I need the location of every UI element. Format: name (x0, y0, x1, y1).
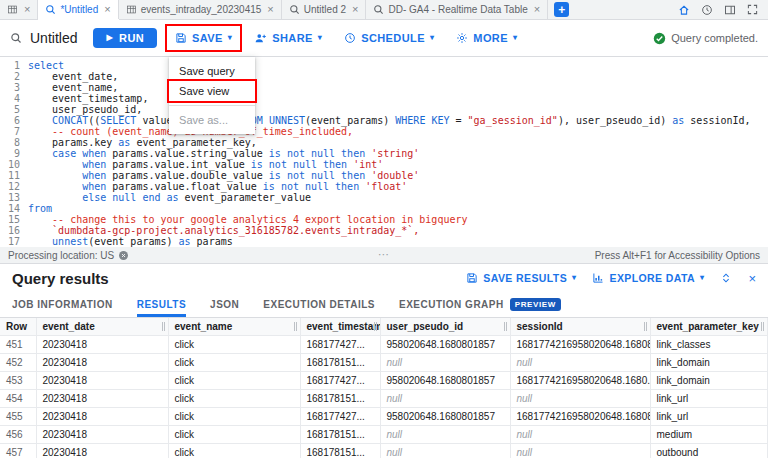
code-token: select (28, 60, 64, 71)
column-resize-handle[interactable] (374, 322, 377, 331)
close-results-icon[interactable]: × (748, 272, 756, 285)
editor-tab-events-intraday-20230415[interactable]: events_intraday_20230415× (119, 0, 282, 19)
code-line: when params.value.double_value is not nu… (28, 170, 751, 181)
table-cell: click (168, 443, 300, 458)
code-token: is not null then (251, 159, 347, 170)
code-line: user_pseudo_id, (28, 104, 751, 115)
results-tab-label: EXECUTION DETAILS (263, 299, 375, 310)
explore-data-button[interactable]: EXPLORE DATA ▾ (592, 272, 704, 284)
code-token: (event_params) (88, 236, 178, 247)
menu-item-save-view[interactable]: Save view (169, 81, 255, 101)
code-token: sessionId, (684, 115, 750, 126)
table-cell: 20230418 (36, 371, 168, 389)
save-results-button[interactable]: SAVE RESULTS ▾ (466, 272, 576, 284)
table-cell: 958020648.1680801857 (380, 371, 510, 389)
share-button[interactable]: SHARE ▾ (248, 28, 328, 49)
clear-icon[interactable] (118, 250, 129, 261)
column-header-sessionid: sessionId (510, 318, 650, 335)
code-token: 'string' (371, 148, 419, 159)
line-number: 17 (0, 236, 20, 247)
code-line: from (28, 203, 751, 214)
schedule-button[interactable]: SCHEDULE ▾ (338, 28, 440, 48)
column-resize-handle[interactable] (162, 322, 165, 331)
caret-down-icon: ▾ (430, 34, 434, 42)
code-token (28, 181, 82, 192)
results-actions: SAVE RESULTS ▾ EXPLORE DATA ▾ × (466, 272, 756, 285)
results-tabs: JOB INFORMATIONRESULTSJSONEXECUTION DETA… (0, 292, 768, 318)
fullscreen-icon[interactable] (747, 4, 758, 15)
editor-tab-untitled[interactable]: *Untitled× (38, 0, 118, 19)
menu-item-save-as[interactable]: Save as... (169, 110, 255, 130)
query-icon (289, 4, 300, 15)
split-panel-icon[interactable] (724, 4, 736, 16)
more-label: MORE (473, 32, 508, 44)
results-tab-json[interactable]: JSON (210, 292, 239, 317)
results-tab-execution-details[interactable]: EXECUTION DETAILS (263, 292, 375, 317)
code-token: SELECT (100, 115, 136, 126)
editor-tab-dd-ga4-realtime-data-table[interactable]: DD- GA4 - Realtime Data Table× (366, 0, 548, 19)
preview-badge: PREVIEW (510, 298, 561, 311)
table-cell: 168178151... (300, 389, 380, 407)
save-button[interactable]: SAVE ▾ (169, 28, 238, 48)
close-icon[interactable]: × (24, 4, 30, 15)
line-number: 16 (0, 225, 20, 236)
code-token: ), user_pseudo_id) (558, 115, 672, 126)
editor-tab-blank[interactable]: × (0, 0, 38, 19)
code-line: case when params.value.string_value is n… (28, 148, 751, 159)
add-tab-button[interactable]: + (554, 2, 569, 17)
code-token (28, 115, 52, 126)
line-number: 11 (0, 170, 20, 181)
code-token: 'float' (365, 181, 407, 192)
run-label: RUN (119, 32, 144, 44)
table-cell: link_domain (650, 371, 768, 389)
code-token: event_parameter_value (179, 192, 311, 203)
run-button[interactable]: ▶ RUN (93, 28, 157, 48)
table-cell: link_domain (650, 353, 768, 371)
column-resize-handle[interactable] (644, 322, 647, 331)
line-number: 7 (0, 126, 20, 137)
menu-item-save-query[interactable]: Save query (169, 61, 255, 81)
column-resize-handle[interactable] (294, 322, 297, 331)
query-results-header: Query results SAVE RESULTS ▾ EXPLORE DAT… (0, 264, 768, 292)
query-icon (45, 4, 56, 15)
row-number-cell: 457 (0, 443, 36, 458)
results-tab-execution-graph[interactable]: EXECUTION GRAPHPREVIEW (399, 292, 561, 317)
person-add-icon (254, 32, 267, 45)
table-cell: click (168, 353, 300, 371)
code-token: as (672, 115, 684, 126)
table-row: 45220230418click168178151...nullnulllink… (0, 353, 768, 371)
caret-down-icon: ▾ (318, 34, 322, 42)
home-icon[interactable] (678, 4, 690, 16)
table-icon (126, 4, 137, 15)
query-toolbar: Untitled ▶ RUN SAVE ▾ Save querySave vie… (0, 20, 768, 57)
line-number: 3 (0, 82, 20, 93)
close-icon[interactable]: × (534, 4, 540, 15)
code-area[interactable]: select event_date, event_name, event_tim… (26, 57, 751, 247)
table-row: 45320230418click168177427...958020648.16… (0, 371, 768, 389)
results-tab-results[interactable]: RESULTS (137, 292, 186, 317)
column-resize-handle[interactable] (761, 322, 764, 331)
results-tab-job-information[interactable]: JOB INFORMATION (12, 292, 113, 317)
line-number: 12 (0, 181, 20, 192)
editor-tab-untitled-2[interactable]: Untitled 2× (282, 0, 367, 19)
table-cell: 1681774216958020648.16808... (510, 335, 650, 353)
table-cell: medium (650, 425, 768, 443)
close-icon[interactable]: × (352, 4, 358, 15)
table-cell: 168177427... (300, 407, 380, 425)
code-line: params.key as event_parameter_key, (28, 137, 751, 148)
close-icon[interactable]: × (104, 4, 110, 15)
collapse-panel-icon[interactable] (720, 272, 732, 284)
tab-label: *Untitled (60, 4, 98, 15)
more-button[interactable]: MORE ▾ (450, 28, 523, 48)
query-status: Query completed. (653, 32, 758, 45)
sql-editor[interactable]: 1234567891011121314151617 select event_d… (0, 57, 768, 247)
close-icon[interactable]: × (267, 4, 273, 15)
code-token: when (82, 170, 106, 181)
column-resize-handle[interactable] (504, 322, 507, 331)
history-icon[interactable] (701, 4, 713, 16)
code-token: CONCAT (52, 115, 88, 126)
panel-resize-handle[interactable]: ⋯ (378, 248, 390, 261)
grid-icon (7, 4, 18, 15)
code-token: params (191, 236, 233, 247)
line-number: 9 (0, 148, 20, 159)
